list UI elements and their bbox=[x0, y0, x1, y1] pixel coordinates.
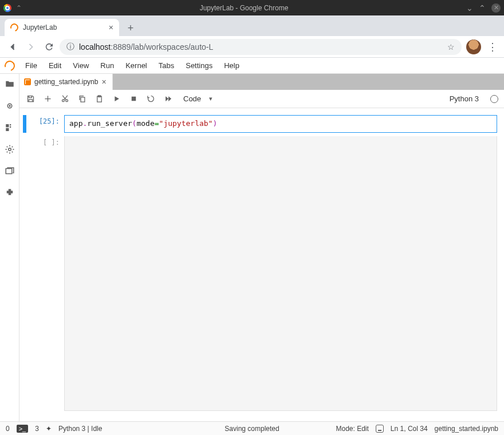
menu-file[interactable]: File bbox=[19, 59, 43, 72]
url-host: localhost bbox=[79, 42, 111, 52]
cell-gutter bbox=[23, 115, 26, 133]
document-tabbar: getting_started.ipynb × bbox=[19, 74, 504, 90]
menu-run[interactable]: Run bbox=[94, 59, 120, 72]
menu-view[interactable]: View bbox=[67, 59, 94, 72]
sb-left-count[interactable]: 0 bbox=[6, 425, 10, 433]
run-button[interactable] bbox=[111, 94, 121, 104]
chrome-icon bbox=[3, 4, 11, 12]
forward-button[interactable] bbox=[23, 39, 39, 55]
svg-point-6 bbox=[8, 148, 11, 151]
save-button[interactable] bbox=[25, 94, 36, 104]
menu-settings[interactable]: Settings bbox=[180, 59, 218, 72]
svg-rect-1 bbox=[9, 105, 10, 107]
sb-puzzle-icon[interactable]: ✦ bbox=[46, 425, 52, 433]
settings-icon[interactable] bbox=[4, 144, 15, 155]
folder-icon[interactable] bbox=[4, 78, 15, 90]
commands-icon[interactable] bbox=[4, 122, 15, 133]
celltype-label: Code bbox=[183, 94, 201, 103]
sb-terminal-badge[interactable]: >_ bbox=[17, 425, 29, 433]
copy-button[interactable] bbox=[77, 94, 87, 104]
run-all-button[interactable] bbox=[163, 94, 173, 104]
browser-tab[interactable]: JupyterLab × bbox=[5, 19, 119, 36]
cell-gutter bbox=[23, 136, 26, 411]
sb-term-count[interactable]: 3 bbox=[35, 425, 39, 433]
window-title: JupyterLab - Google Chrome bbox=[22, 4, 466, 12]
jupyter-favicon-icon bbox=[9, 22, 19, 33]
svg-rect-7 bbox=[6, 169, 12, 174]
sb-kernel[interactable]: Python 3 | Idle bbox=[58, 425, 103, 433]
url-path: :8889/lab/workspaces/auto-L bbox=[111, 42, 213, 52]
menu-edit[interactable]: Edit bbox=[43, 59, 67, 72]
maximize-icon[interactable]: ⌃ bbox=[479, 4, 486, 12]
sb-mode[interactable]: Mode: Edit bbox=[336, 425, 368, 433]
browser-tabstrip: JupyterLab × + bbox=[0, 15, 504, 36]
window-pin-icon[interactable]: ⌃ bbox=[16, 4, 22, 12]
celltype-select[interactable]: Code ▾ bbox=[183, 94, 212, 103]
svg-rect-2 bbox=[6, 124, 9, 127]
profile-avatar[interactable] bbox=[466, 39, 481, 54]
browser-tab-title: JupyterLab bbox=[23, 23, 57, 31]
statusbar: 0 >_ 3 ✦ Python 3 | Idle Saving complete… bbox=[0, 421, 504, 435]
output-area bbox=[64, 136, 497, 411]
cell-prompt: [ ]: bbox=[29, 136, 64, 411]
browser-menu-icon[interactable]: ⋮ bbox=[486, 41, 499, 53]
minimize-icon[interactable]: ⌄ bbox=[466, 4, 473, 12]
notebook-scroll[interactable]: [25]: app.run_server(mode="jupyterlab") … bbox=[19, 108, 504, 421]
site-info-icon[interactable]: ⓘ bbox=[66, 42, 74, 52]
kernel-name[interactable]: Python 3 bbox=[450, 94, 479, 103]
jupyterlab-shell: File Edit View Run Kernel Tabs Settings … bbox=[0, 58, 504, 435]
svg-rect-5 bbox=[10, 126, 11, 128]
sb-filename[interactable]: getting_started.ipynb bbox=[435, 425, 498, 433]
os-titlebar: ⌃ JupyterLab - Google Chrome ⌄ ⌃ ✕ bbox=[0, 0, 504, 15]
running-icon[interactable] bbox=[4, 100, 15, 112]
url-field[interactable]: ⓘ localhost:8889/lab/workspaces/auto-L ☆ bbox=[60, 39, 462, 55]
tabs-icon[interactable] bbox=[4, 165, 15, 177]
menu-help[interactable]: Help bbox=[218, 59, 245, 72]
notebook-tab-title: getting_started.ipynb bbox=[34, 78, 98, 86]
code-cell[interactable]: [25]: app.run_server(mode="jupyterlab") bbox=[23, 115, 497, 133]
close-tab-icon[interactable]: × bbox=[109, 23, 113, 32]
menubar: File Edit View Run Kernel Tabs Settings … bbox=[0, 58, 504, 74]
menu-tabs[interactable]: Tabs bbox=[153, 59, 180, 72]
notebook-icon bbox=[24, 78, 31, 85]
new-tab-button[interactable]: + bbox=[123, 20, 139, 36]
code-input[interactable]: app.run_server(mode="jupyterlab") bbox=[64, 115, 497, 133]
notebook-toolbar: Code ▾ Python 3 bbox=[19, 90, 504, 108]
close-doc-icon[interactable]: × bbox=[101, 77, 106, 86]
main-panel: getting_started.ipynb × Code ▾ bbox=[19, 74, 504, 421]
jupyter-logo-icon bbox=[3, 58, 17, 73]
menu-kernel[interactable]: Kernel bbox=[120, 59, 153, 72]
stop-button[interactable] bbox=[128, 94, 139, 104]
svg-rect-4 bbox=[10, 124, 11, 125]
bookmark-icon[interactable]: ☆ bbox=[447, 42, 455, 52]
back-button[interactable] bbox=[5, 39, 21, 55]
extension-icon[interactable] bbox=[4, 187, 15, 199]
left-sidebar bbox=[0, 74, 19, 421]
paste-button[interactable] bbox=[94, 94, 104, 104]
keyboard-icon[interactable] bbox=[376, 425, 384, 433]
browser-toolbar: ⓘ localhost:8889/lab/workspaces/auto-L ☆… bbox=[0, 36, 504, 58]
svg-rect-3 bbox=[6, 128, 9, 131]
cell-prompt: [25]: bbox=[29, 115, 64, 133]
sb-save-status: Saving completed bbox=[225, 425, 279, 433]
svg-rect-10 bbox=[81, 97, 85, 102]
close-icon[interactable]: ✕ bbox=[491, 3, 501, 13]
sb-cursor[interactable]: Ln 1, Col 34 bbox=[391, 425, 428, 433]
cut-button[interactable] bbox=[60, 94, 70, 104]
kernel-indicator-icon[interactable] bbox=[490, 95, 498, 103]
notebook-tab[interactable]: getting_started.ipynb × bbox=[19, 74, 113, 90]
chevron-down-icon: ▾ bbox=[209, 95, 212, 102]
restart-button[interactable] bbox=[145, 94, 156, 104]
code-cell[interactable]: [ ]: bbox=[23, 136, 497, 411]
insert-cell-button[interactable] bbox=[42, 94, 53, 104]
svg-rect-13 bbox=[131, 97, 136, 101]
reload-button[interactable] bbox=[41, 39, 57, 55]
